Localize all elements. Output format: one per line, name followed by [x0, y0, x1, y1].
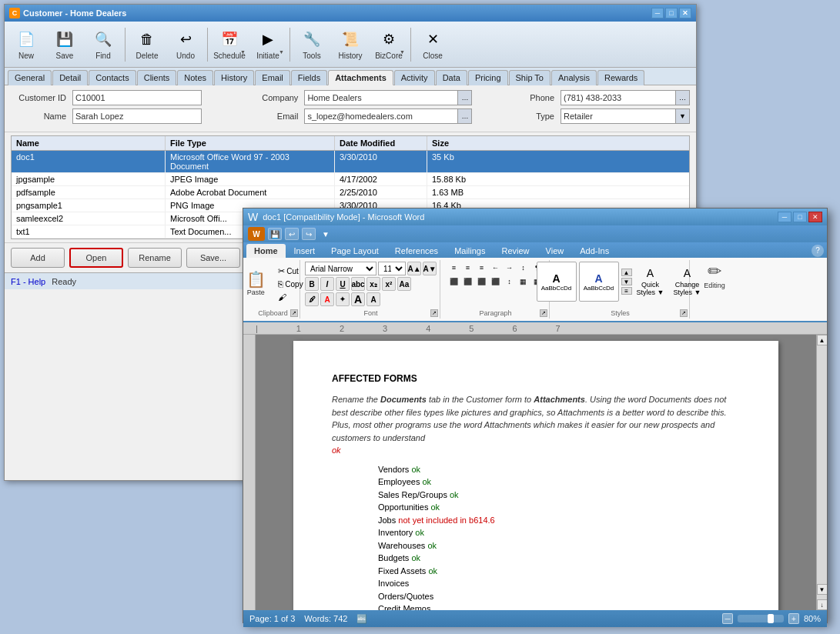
- rename-button[interactable]: Rename: [128, 248, 182, 268]
- font-size-select[interactable]: 11: [378, 262, 406, 275]
- tab-notes[interactable]: Notes: [177, 70, 213, 85]
- underline-btn[interactable]: U: [336, 277, 350, 291]
- multilevel-btn[interactable]: ≡: [476, 262, 488, 274]
- toolbar-schedule[interactable]: 📅 Schedule ▼: [211, 25, 248, 65]
- tab-pricing[interactable]: Pricing: [468, 70, 508, 85]
- help-link[interactable]: F1 - Help: [11, 277, 45, 286]
- clear-format-btn[interactable]: ✦: [336, 292, 350, 306]
- add-button[interactable]: Add: [11, 248, 65, 268]
- numbered-btn[interactable]: ≡: [462, 262, 474, 274]
- subscript-btn[interactable]: x₂: [366, 277, 380, 291]
- tab-data[interactable]: Data: [436, 70, 467, 85]
- font-color-btn[interactable]: A: [320, 292, 334, 306]
- email-input[interactable]: [304, 108, 458, 124]
- style-heading1[interactable]: A AaBbCcDd: [579, 262, 619, 302]
- tab-attachments[interactable]: Attachments: [328, 70, 393, 85]
- qa-save-btn[interactable]: 💾: [268, 228, 282, 240]
- tab-detail[interactable]: Detail: [52, 70, 88, 85]
- qa-redo-btn[interactable]: ↪: [302, 228, 316, 240]
- italic-btn[interactable]: I: [320, 277, 334, 291]
- type-input[interactable]: [561, 108, 676, 124]
- tab-analysis[interactable]: Analysis: [551, 70, 597, 85]
- strikethrough-btn[interactable]: abc: [351, 277, 365, 291]
- sort-btn[interactable]: ↕: [517, 262, 530, 274]
- zoom-out-btn[interactable]: ─: [722, 613, 733, 624]
- clipboard-expand-btn[interactable]: ↗: [290, 309, 298, 317]
- bold-btn[interactable]: B: [305, 277, 319, 291]
- toolbar-history[interactable]: 📜 History: [332, 25, 369, 65]
- company-lookup-btn[interactable]: …: [458, 90, 472, 105]
- styles-expand-btn[interactable]: ↗: [680, 309, 688, 317]
- open-button[interactable]: Open: [69, 248, 123, 268]
- increase-indent-btn[interactable]: →: [504, 262, 516, 274]
- email-lookup-btn[interactable]: …: [458, 108, 472, 124]
- line-spacing-btn[interactable]: ↕: [504, 275, 516, 288]
- tab-email[interactable]: Email: [255, 70, 290, 85]
- close-button[interactable]: ✕: [679, 8, 691, 18]
- file-row-jpg[interactable]: jpgsample JPEG Image 4/17/2002 15.88 Kb: [12, 173, 689, 186]
- paste-btn[interactable]: 📋 Paste: [239, 262, 273, 305]
- scroll-next-page-btn[interactable]: ↓: [817, 599, 828, 610]
- tab-general[interactable]: General: [8, 70, 52, 85]
- highlight-btn[interactable]: 🖊: [305, 292, 319, 306]
- word-tab-mailings[interactable]: Mailings: [447, 244, 493, 258]
- tab-activity[interactable]: Activity: [394, 70, 435, 85]
- toolbar-close[interactable]: ✕ Close: [414, 25, 451, 65]
- bullets-btn[interactable]: ≡: [448, 262, 460, 274]
- toolbar-find[interactable]: 🔍 Find: [85, 25, 122, 65]
- type-dropdown-btn[interactable]: ▼: [676, 108, 690, 124]
- save-attach-button[interactable]: Save...: [186, 248, 240, 268]
- office-button[interactable]: W: [248, 227, 265, 241]
- help-icon[interactable]: ?: [812, 245, 824, 257]
- zoom-thumb[interactable]: [768, 614, 774, 623]
- styles-down-btn[interactable]: ▼: [621, 278, 632, 285]
- toolbar-save[interactable]: 💾 Save: [46, 25, 83, 65]
- shading-btn[interactable]: ▦: [517, 275, 530, 288]
- word-tab-view[interactable]: View: [538, 244, 572, 258]
- phone-input[interactable]: [561, 90, 676, 105]
- word-tab-home[interactable]: Home: [246, 244, 286, 258]
- font-size-up-btn[interactable]: A: [351, 292, 365, 306]
- change-case-btn[interactable]: Aa: [397, 277, 411, 291]
- align-center-btn[interactable]: ⬛: [462, 275, 474, 288]
- zoom-in-btn[interactable]: +: [788, 613, 799, 624]
- word-tab-review[interactable]: Review: [494, 244, 537, 258]
- word-tab-addins[interactable]: Add-Ins: [572, 244, 617, 258]
- align-left-btn[interactable]: ⬛: [448, 275, 460, 288]
- word-tab-page-layout[interactable]: Page Layout: [323, 244, 387, 258]
- styles-more-btn[interactable]: ≡: [621, 287, 632, 295]
- name-input[interactable]: [72, 108, 202, 124]
- file-row-doc1[interactable]: doc1 Microsoft Office Word 97 - 2003 Doc…: [12, 151, 689, 173]
- toolbar-delete[interactable]: 🗑 Delete: [129, 25, 166, 65]
- phone-lookup-btn[interactable]: …: [676, 90, 690, 105]
- toolbar-new[interactable]: 📄 New: [8, 25, 45, 65]
- style-normal[interactable]: A AaBbCcDd: [537, 262, 577, 302]
- word-tab-insert[interactable]: Insert: [286, 244, 323, 258]
- tab-contacts[interactable]: Contacts: [89, 70, 136, 85]
- word-tab-references[interactable]: References: [387, 244, 446, 258]
- justify-btn[interactable]: ⬛: [490, 275, 502, 288]
- decrease-font-btn[interactable]: A▼: [423, 262, 437, 275]
- align-right-btn[interactable]: ⬛: [476, 275, 488, 288]
- toolbar-bizcore[interactable]: ⚙ BizCore ▼: [370, 25, 407, 65]
- qa-undo-btn[interactable]: ↩: [285, 228, 299, 240]
- word-close-btn[interactable]: ✕: [808, 212, 822, 222]
- tab-ship-to[interactable]: Ship To: [509, 70, 551, 85]
- tab-clients[interactable]: Clients: [137, 70, 177, 85]
- company-input[interactable]: [304, 90, 458, 105]
- tab-history[interactable]: History: [214, 70, 254, 85]
- tab-fields[interactable]: Fields: [291, 70, 327, 85]
- file-row-pdf[interactable]: pdfsample Adobe Acrobat Document 2/25/20…: [12, 186, 689, 199]
- word-restore-btn[interactable]: □: [793, 212, 807, 222]
- font-name-select[interactable]: Arial Narrow: [305, 262, 376, 275]
- maximize-button[interactable]: □: [665, 8, 678, 18]
- toolbar-undo[interactable]: ↩ Undo: [167, 25, 204, 65]
- toolbar-tools[interactable]: 🔧 Tools: [293, 25, 330, 65]
- minimize-button[interactable]: ─: [651, 8, 664, 18]
- word-minimize-btn[interactable]: ─: [778, 212, 791, 222]
- toolbar-initiate[interactable]: ▶ Initiate ▼: [249, 25, 286, 65]
- tab-rewards[interactable]: Rewards: [597, 70, 644, 85]
- decrease-indent-btn[interactable]: ←: [490, 262, 502, 274]
- word-doc-scroll[interactable]: AFFECTED FORMS Rename the Documents tab …: [256, 335, 816, 610]
- scroll-down-btn[interactable]: ▼: [817, 584, 828, 595]
